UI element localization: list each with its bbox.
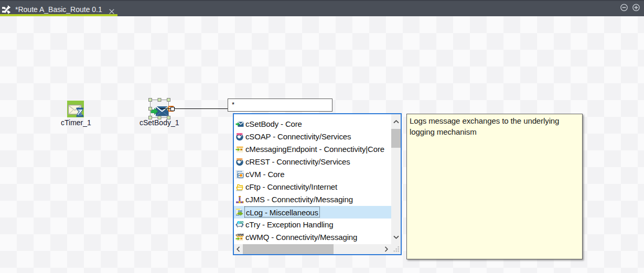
svg-text:cWMQ: cWMQ: [236, 233, 244, 236]
